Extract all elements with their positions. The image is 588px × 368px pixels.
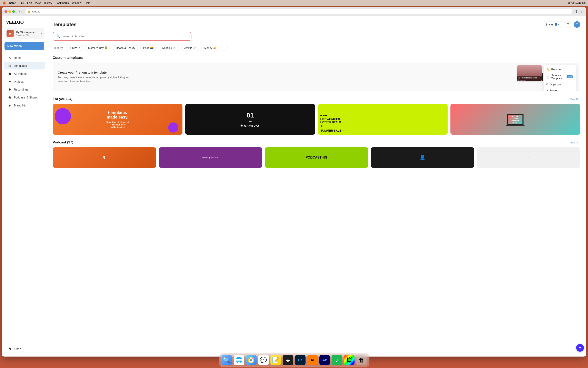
dock-after-effects[interactable]: Ae: [319, 355, 330, 365]
rename-menu-item[interactable]: ✏️ Rename: [544, 66, 576, 72]
sidebar-item-home[interactable]: ⌂ Home: [4, 54, 45, 62]
dock-illustrator[interactable]: Ai: [307, 355, 318, 365]
save-template-label: Save as Template: [551, 74, 565, 80]
sidebar-item-recordings[interactable]: ⏺ Recordings: [4, 86, 45, 93]
size-icon: ⊞: [69, 46, 71, 49]
menu-window[interactable]: Window: [72, 1, 81, 4]
filter-mothers-day[interactable]: Mother's Day 💐: [85, 45, 111, 51]
fb-label: FB Promotional Campaign3 days ago: [517, 76, 542, 81]
dock-spotify[interactable]: ♪: [332, 355, 342, 365]
filter-size[interactable]: ⊞ Size ▾: [66, 45, 83, 51]
browser-nav: ‹ ›: [19, 10, 22, 13]
sidebar-item-podcasts[interactable]: ◉ Podcasts & Shows: [4, 94, 45, 101]
menu-view[interactable]: View: [35, 1, 41, 4]
menubar: 🍎 Safari File Edit View History Bookmark…: [0, 0, 588, 6]
safari-icon: 🧭: [247, 357, 255, 364]
move-label: Move: [550, 89, 557, 91]
dock-photos[interactable]: 🖼: [344, 355, 354, 365]
filter-pride-label: Pride 🏳️‍🌈: [143, 46, 153, 49]
summer-sale-text: SUMMER SALE →: [320, 129, 345, 132]
search-input[interactable]: [62, 35, 188, 38]
help-button[interactable]: ?: [565, 21, 571, 28]
template-card-gameday[interactable]: 01 ✳ ✳ GAMEDAY: [185, 104, 315, 135]
app-name[interactable]: Safari: [9, 1, 16, 4]
apple-menu[interactable]: 🍎: [2, 1, 6, 4]
filter-artistic[interactable]: Artistic 🖌️: [181, 45, 199, 51]
browser-actions: ⬆ ＋: [575, 9, 584, 14]
brand-kit-icon: ◈: [8, 103, 12, 107]
user-avatar[interactable]: T: [574, 21, 580, 28]
minimize-button[interactable]: [8, 10, 11, 13]
new-tab-icon[interactable]: ＋: [580, 9, 584, 14]
menu-bookmarks[interactable]: Bookmarks: [55, 1, 69, 4]
workspace-button[interactable]: M My Workspace Business Plan ▾: [4, 28, 44, 39]
gameday-label: ✳ GAMEDAY: [240, 124, 260, 127]
move-menu-item[interactable]: ↗ Move: [544, 87, 576, 91]
sidebar-item-projects[interactable]: ✦ Projects: [4, 78, 45, 85]
invite-label: Invite: [546, 23, 553, 26]
podcast-card-3[interactable]: PODCASTING: [265, 147, 368, 168]
sidebar-item-label: Brand Kit: [14, 104, 26, 107]
forward-button[interactable]: ›: [21, 10, 22, 13]
podcast-see-all[interactable]: See All ›: [570, 141, 580, 144]
filter-money[interactable]: Money 💰: [201, 45, 219, 51]
url-text: veed.io: [32, 10, 40, 13]
template-sub-text: Save time, look great → click for more a…: [106, 121, 129, 128]
filter-money-label: Money 💰: [204, 46, 216, 49]
dock-trash[interactable]: 🗑: [356, 355, 367, 365]
podcast-card-1[interactable]: 🎙: [53, 147, 156, 168]
save-as-template-menu-item[interactable]: 📋 Save as Template NEW: [544, 72, 576, 81]
podcast-card-5[interactable]: ···: [477, 147, 580, 168]
sidebar-item-brand-kit[interactable]: ◈ Brand Kit: [4, 101, 45, 109]
dock-finder[interactable]: 🔍: [221, 355, 232, 365]
summer-sale-hot: HOT WEATHER,HOTTER DEALS: [320, 118, 341, 124]
dock-safari[interactable]: 🧭: [246, 355, 256, 365]
trash-icon: 🗑: [359, 357, 364, 364]
sidebar-item-all-videos[interactable]: ▣ All Videos: [4, 70, 45, 77]
share-icon[interactable]: ⬆: [575, 9, 578, 14]
filter-label: Filter by: [53, 46, 63, 49]
menu-file[interactable]: File: [20, 1, 24, 4]
filter-health-beauty[interactable]: Health & Beauty: [113, 45, 138, 51]
dock-slack[interactable]: 💬: [258, 355, 269, 365]
filter-health-beauty-label: Health & Beauty: [116, 46, 135, 49]
filter-pride[interactable]: Pride 🏳️‍🌈: [140, 45, 157, 51]
podcast-header: Podcast (37) See All ›: [53, 140, 580, 145]
home-icon: ⌂: [8, 56, 12, 60]
traffic-lights: [4, 10, 15, 13]
podcast-card-4[interactable]: 👤: [371, 147, 474, 168]
filter-artistic-label: Artistic 🖌️: [184, 46, 196, 49]
menu-history[interactable]: History: [44, 1, 52, 4]
duplicate-menu-item[interactable]: ⧉ Duplicate: [544, 81, 576, 87]
new-video-button[interactable]: New Video ＋: [4, 42, 44, 50]
close-button[interactable]: [4, 10, 7, 13]
duplicate-label: Duplicate: [550, 83, 561, 86]
menubar-right: 25 Apr 10:19 am: [568, 1, 586, 4]
custom-templates-header: Custom templates: [53, 56, 580, 60]
header-actions: Invite 👤+ ? T: [543, 21, 580, 28]
template-card-made-easy[interactable]: templatesmade easy. Save time, look grea…: [53, 104, 183, 135]
address-bar[interactable]: 🔒 veed.io: [25, 9, 572, 14]
new-badge: NEW: [567, 75, 573, 78]
search-bar[interactable]: 🔍: [53, 32, 192, 41]
invite-button[interactable]: Invite 👤+: [543, 21, 562, 28]
menu-help[interactable]: Help: [85, 1, 90, 4]
dock-photoshop[interactable]: Ps: [295, 355, 306, 365]
menu-edit[interactable]: Edit: [27, 1, 32, 4]
template-card-laptop[interactable]: REPLACE YOURCONTENT HERE!: [450, 104, 580, 135]
podcast-card-2[interactable]: Morning Update: [159, 147, 262, 168]
back-button[interactable]: ‹: [19, 10, 20, 13]
dock-notes[interactable]: 📝: [271, 355, 281, 365]
finder-icon: 🔍: [223, 357, 230, 364]
dock-chrome[interactable]: 🌐: [234, 355, 244, 365]
dock-figma[interactable]: ◈: [283, 355, 293, 365]
save-template-icon: 📋: [546, 75, 550, 78]
template-card-summer-sale[interactable]: HOT WEATHER,HOTTER DEALS ✳ SUMMER SALE →: [318, 104, 448, 135]
for-you-see-all[interactable]: See All ›: [570, 98, 580, 101]
sidebar-item-trash[interactable]: 🗑 Trash: [4, 345, 45, 353]
sidebar-item-templates[interactable]: ▦ Templates: [4, 62, 45, 69]
veed-notification-bubble[interactable]: V: [576, 344, 584, 352]
maximize-button[interactable]: [12, 10, 15, 13]
more-filters-button[interactable]: ···: [221, 45, 228, 51]
filter-wedding[interactable]: Wedding 💍: [158, 45, 179, 51]
